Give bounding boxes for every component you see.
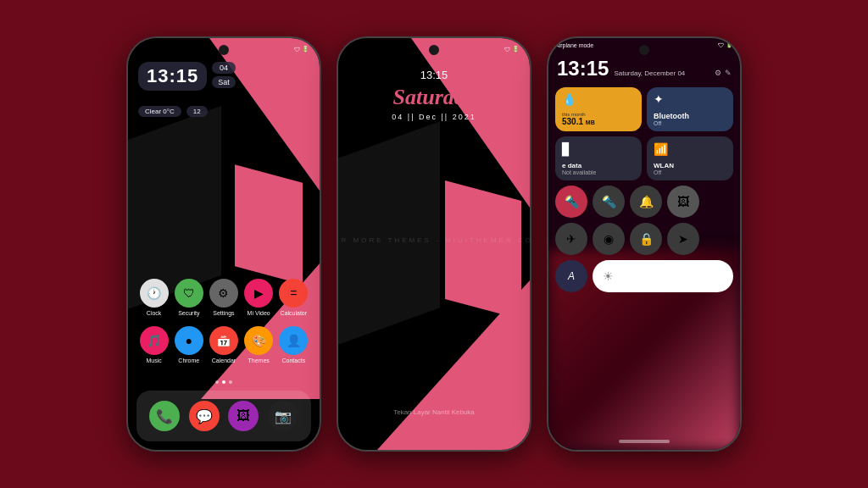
dot-1 [215, 380, 219, 384]
toggle-location[interactable]: ➤ [667, 223, 699, 255]
cc-battery-icon: 🔋 [726, 42, 733, 48]
app-calculator-label: Calculator [281, 310, 308, 316]
lock-hint: Tekan Layar Nantii Kebuka [338, 408, 530, 416]
clock-time: 13:15 [138, 62, 207, 91]
cc-edit-icon[interactable]: ✎ [725, 69, 732, 77]
app-settings-icon: ⚙ [209, 279, 238, 308]
app-calculator-icon: = [279, 279, 308, 308]
cc-status-icons: 🛡 🔋 [718, 42, 733, 48]
bluetooth-value: Off [654, 120, 726, 126]
cc-a-button[interactable]: A [555, 260, 587, 292]
toggle-bell[interactable]: 🔔 [630, 186, 662, 218]
mobile-label: e data [562, 162, 635, 169]
cc-tile-mobile[interactable]: ▊ e data Not available [555, 136, 642, 180]
dot-3 [229, 380, 232, 384]
brightness-icon: ☀ [603, 269, 614, 283]
app-chrome[interactable]: ● Chrome [173, 326, 205, 363]
status-icons-2: 🛡 🔋 [504, 46, 520, 53]
wlan-label: WLAN [654, 162, 726, 169]
cc-home-bar [619, 440, 670, 443]
app-contacts-icon: 👤 [279, 326, 308, 355]
phone3-screen: Airplane mode 🛡 🔋 13:15 Saturday, Decemb… [548, 38, 740, 450]
app-clock-icon: 🕐 [140, 279, 169, 308]
app-settings-label: Settings [213, 310, 234, 316]
toggle-lock[interactable]: 🔒 [630, 223, 662, 255]
app-contacts-label: Contacts [282, 358, 306, 363]
status-icons: 🛡 🔋 [294, 46, 309, 53]
lock-time: 13:15 [338, 69, 530, 81]
app-chrome-icon: ● [175, 326, 203, 355]
dock: 📞 💬 🖼 📷 [136, 391, 311, 441]
dock-phone[interactable]: 📞 [149, 401, 180, 431]
clock-day: Sat [212, 76, 236, 88]
app-settings[interactable]: ⚙ Settings [208, 279, 240, 316]
cc-tile-row-2: ▊ e data Not available 📶 WLAN Off [555, 136, 733, 180]
battery-icon-2: 🔋 [512, 46, 520, 53]
geo-shape-1 [209, 38, 320, 191]
app-themes-icon: 🎨 [244, 326, 273, 355]
cc-tile-data[interactable]: 💧 this month 530.1 MB [555, 87, 642, 131]
shield-icon: 🛡 [294, 47, 300, 53]
weather-extra: 12 [186, 106, 208, 117]
app-grid: 🕐 Clock 🛡 Security ⚙ Settings ▶ Mi Video… [128, 279, 320, 374]
bluetooth-label: Bluetooth [654, 112, 726, 120]
phone-3: Airplane mode 🛡 🔋 13:15 Saturday, Decemb… [547, 36, 742, 452]
toggle-flashlight[interactable]: 🔦 [555, 186, 587, 218]
cc-toggle-row-2: ✈ ◉ 🔒 ➤ [555, 223, 733, 255]
app-calendar-label: Calendar [212, 358, 236, 363]
lock-date: 04 || Dec || 2021 [338, 113, 530, 121]
punch-hole-2 [429, 45, 439, 55]
phone2-screen: 🛡 🔋 13:15 Saturday 04 || Dec || 2021 Tek… [338, 38, 530, 450]
cc-tile-wlan[interactable]: 📶 WLAN Off [647, 136, 733, 180]
app-mivideo-label: Mi Video [248, 310, 270, 316]
phone-2: 🛡 🔋 13:15 Saturday 04 || Dec || 2021 Tek… [337, 36, 531, 452]
app-row-2: 🎵 Music ● Chrome 📅 Calendar 🎨 Themes 👤 [136, 326, 311, 363]
app-themes-label: Themes [248, 358, 270, 363]
cc-tiles: 💧 this month 530.1 MB ✦ Bluetooth Off [555, 87, 733, 297]
weather-temp: Clear 0°C [138, 106, 181, 117]
airplane-mode-label: Airplane mode [555, 42, 593, 48]
cc-clock-row: 13:15 Saturday, December 04 ⚙ ✎ [557, 57, 732, 80]
cc-date: Saturday, December 04 [614, 69, 685, 77]
app-calculator[interactable]: = Calculator [277, 279, 309, 316]
toggle-torch[interactable]: 🔦 [593, 186, 625, 218]
cc-tile-row-1: 💧 this month 530.1 MB ✦ Bluetooth Off [555, 87, 733, 131]
app-calendar[interactable]: 📅 Calendar [208, 326, 240, 363]
toggle-screen[interactable]: 🖼 [667, 186, 699, 218]
cc-shield-icon: 🛡 [718, 42, 724, 48]
lock-day: Saturday [338, 85, 530, 110]
toggle-circle[interactable]: ◉ [593, 223, 625, 255]
mobile-icon: ▊ [562, 142, 571, 156]
app-mivideo[interactable]: ▶ Mi Video [242, 279, 275, 316]
data-usage-value: 530.1 MB [562, 117, 635, 126]
punch-hole-3 [639, 45, 649, 55]
shield-icon-2: 🛡 [504, 47, 510, 53]
geo-shape-4 [235, 164, 303, 284]
dock-gallery[interactable]: 🖼 [228, 401, 259, 431]
app-security[interactable]: 🛡 Security [173, 279, 205, 316]
app-chrome-label: Chrome [178, 358, 199, 363]
app-calendar-icon: 📅 [209, 326, 238, 355]
app-clock[interactable]: 🕐 Clock [138, 279, 170, 316]
clock-widget: 13:15 04 Sat [138, 62, 236, 91]
cc-edit-icons: ⚙ ✎ [715, 69, 732, 77]
geo2-shape-4 [445, 180, 521, 319]
app-music-icon: 🎵 [140, 326, 169, 355]
bluetooth-icon: ✦ [654, 92, 664, 106]
battery-icon: 🔋 [302, 46, 309, 53]
mobile-value: Not available [562, 169, 635, 175]
wlan-icon: 📶 [654, 142, 668, 156]
app-music-label: Music [146, 358, 161, 363]
weather-row: Clear 0°C 12 [138, 106, 208, 117]
app-contacts[interactable]: 👤 Contacts [277, 326, 309, 363]
cc-brightness-slider[interactable]: ☀ [593, 260, 733, 292]
cc-settings-icon[interactable]: ⚙ [715, 69, 721, 77]
app-mivideo-icon: ▶ [244, 279, 273, 308]
app-music[interactable]: 🎵 Music [138, 326, 170, 363]
cc-tile-bluetooth[interactable]: ✦ Bluetooth Off [647, 87, 733, 131]
app-security-icon: 🛡 [175, 279, 203, 308]
app-themes[interactable]: 🎨 Themes [242, 326, 275, 363]
dock-messages[interactable]: 💬 [189, 401, 220, 431]
toggle-airplane[interactable]: ✈ [555, 223, 587, 255]
dock-camera[interactable]: 📷 [268, 401, 298, 431]
